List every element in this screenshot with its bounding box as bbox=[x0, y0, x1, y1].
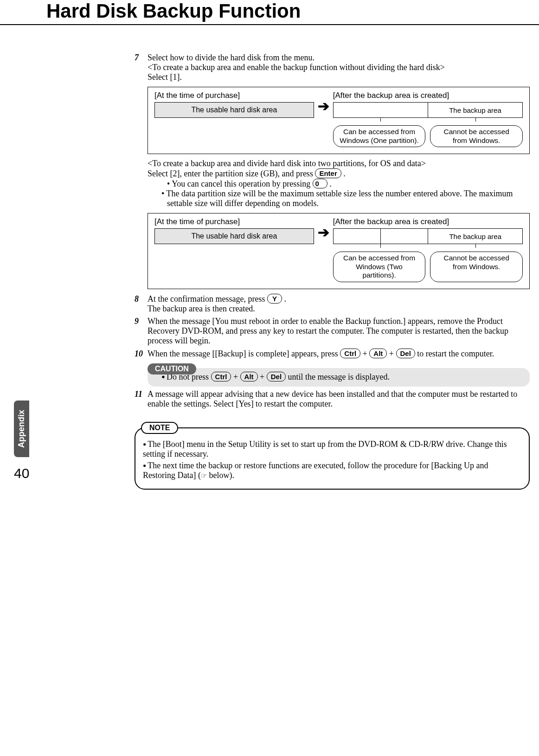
caution-text: Do not press Ctrl + Alt + Del until the … bbox=[161, 372, 523, 382]
bubble-not-accessible-2: Cannot be accessed from Windows. bbox=[430, 252, 523, 282]
step-8: 8 At the confirmation message, press Y .… bbox=[135, 294, 530, 314]
alt-key: Alt bbox=[369, 349, 387, 358]
bubble-accessible-one: Can be accessed from Windows (One partit… bbox=[333, 125, 426, 147]
usable-disk-area-2: The usable hard disk area bbox=[154, 228, 314, 244]
step-7: 7 Select how to divide the hard disk fro… bbox=[135, 53, 530, 63]
after-disk-2: The backup area bbox=[333, 228, 523, 244]
after-disk: The backup area bbox=[333, 102, 523, 118]
step-number: 9 bbox=[135, 317, 148, 326]
ctrl-key: Ctrl bbox=[340, 349, 360, 358]
arrow-icon: ➔ bbox=[314, 91, 333, 113]
after-label: [After the backup area is created] bbox=[333, 91, 523, 100]
del-key: Del bbox=[267, 372, 286, 381]
hand-icon: ☞ bbox=[201, 472, 207, 479]
main-content: 7 Select how to divide the hard disk fro… bbox=[135, 53, 530, 490]
after-usable-p2 bbox=[381, 229, 428, 244]
step-number: 7 bbox=[135, 53, 148, 63]
note-box: NOTE The [Boot] menu in the Setup Utilit… bbox=[135, 415, 530, 490]
after-usable-p1 bbox=[334, 229, 381, 244]
after-usable-area bbox=[334, 103, 428, 117]
step7-sub1: You can cancel this operation by pressin… bbox=[160, 179, 530, 189]
after-backup-area-2: The backup area bbox=[428, 229, 522, 244]
alt-key: Alt bbox=[240, 372, 258, 381]
page-header: Hard Disk Backup Function bbox=[0, 0, 539, 25]
arrow-icon-2: ➔ bbox=[314, 217, 333, 239]
bubble-accessible-two: Can be accessed from Windows (Two partit… bbox=[333, 252, 426, 282]
step7-line1: Select how to divide the hard disk from … bbox=[148, 53, 314, 62]
bubble-not-accessible: Cannot be accessed from Windows. bbox=[430, 125, 523, 147]
y-key: Y bbox=[267, 294, 282, 304]
del-key: Del bbox=[396, 349, 415, 358]
usable-disk-area: The usable hard disk area bbox=[154, 102, 314, 118]
ctrl-key: Ctrl bbox=[211, 372, 231, 381]
step7-line3: Select [1]. bbox=[148, 72, 530, 82]
step-11: 11 A message will appear advising that a… bbox=[135, 389, 530, 409]
page-title: Hard Disk Backup Function bbox=[46, 0, 539, 24]
note-item-2: The next time the backup or restore func… bbox=[143, 461, 521, 480]
step-number: 8 bbox=[135, 294, 148, 304]
caution-label: CAUTION bbox=[148, 363, 196, 375]
side-tab-appendix: Appendix bbox=[14, 401, 29, 457]
step-number: 11 bbox=[135, 389, 148, 399]
diagram-1: [At the time of purchase] The usable har… bbox=[148, 87, 530, 154]
step7-line4: <To create a backup area and divide hard… bbox=[148, 159, 530, 168]
diagram-2: [At the time of purchase] The usable har… bbox=[148, 213, 530, 289]
caution-box: CAUTION Do not press Ctrl + Alt + Del un… bbox=[148, 363, 530, 387]
step-9: 9 When the message [You must reboot in o… bbox=[135, 317, 530, 346]
enter-key: Enter bbox=[315, 168, 341, 178]
page-number: 40 bbox=[14, 465, 29, 481]
step7-line2: <To create a backup area and enable the … bbox=[148, 63, 530, 72]
after-label-2: [After the backup area is created] bbox=[333, 217, 523, 226]
step7-sub2: The data partition size will be the maxi… bbox=[160, 189, 530, 208]
zero-key: 0 bbox=[313, 179, 327, 188]
step-body: Select how to divide the hard disk from … bbox=[148, 53, 530, 63]
note-item-1: The [Boot] menu in the Setup Utility is … bbox=[143, 439, 521, 459]
step-number: 10 bbox=[135, 349, 148, 359]
step7-line5: Select [2], enter the partition size (GB… bbox=[148, 168, 530, 179]
note-label: NOTE bbox=[141, 422, 178, 434]
step-10: 10 When the message [[Backup] is complet… bbox=[135, 349, 530, 359]
after-backup-area: The backup area bbox=[428, 103, 522, 117]
purchase-label-2: [At the time of purchase] bbox=[154, 217, 314, 226]
purchase-label: [At the time of purchase] bbox=[154, 91, 314, 100]
